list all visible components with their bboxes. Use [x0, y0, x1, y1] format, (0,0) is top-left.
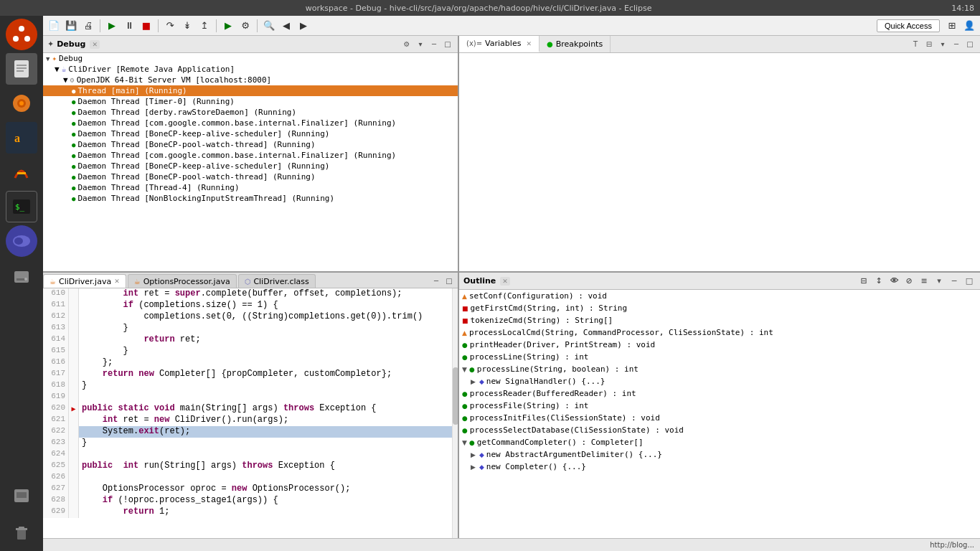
debug-tree-item[interactable]: ● Daemon Thread [com.google.common.base.… [43, 118, 458, 128]
pause-btn[interactable]: ⏸ [121, 18, 137, 34]
outline-item[interactable]: ■ getFirstCmd(String, int) : String [459, 302, 980, 314]
code-line[interactable]: 628 if (!oproc.process_stage1(args)) { [43, 495, 458, 507]
sidebar-icon-disk[interactable] [6, 479, 37, 511]
code-line[interactable]: 629 return 1; [43, 507, 458, 518]
outline-item[interactable]: ▼● processLine(String, boolean) : int [459, 363, 980, 375]
debug-tree-item[interactable]: ● Daemon Thread [BoneCP-keep-alive-sched… [43, 161, 458, 171]
outline-item[interactable]: ▶◆ new AbstractArgumentDelimiter() {...} [459, 448, 980, 461]
debug-step-into[interactable]: ↡ [179, 18, 195, 34]
code-line[interactable]: 618} [43, 380, 458, 392]
var-menu-icon[interactable]: ▾ [937, 39, 948, 50]
code-line[interactable]: 626 [43, 472, 458, 484]
print-btn[interactable]: 🖨 [80, 18, 96, 34]
sidebar-icon-drive[interactable] [6, 260, 37, 291]
debug-tree-item[interactable]: ● Daemon Thread [NonBlockingInputStreamT… [43, 193, 458, 204]
sidebar-icon-terminal[interactable]: $_ [6, 191, 37, 222]
sidebar-icon-ubuntu[interactable] [6, 19, 37, 50]
var-minimize-icon[interactable]: ─ [951, 39, 962, 50]
code-line[interactable]: 619 [43, 392, 458, 403]
var-maximize-icon[interactable]: □ [964, 39, 976, 50]
back-btn[interactable]: ◀ [278, 18, 294, 34]
perspectives-btn[interactable]: ⊞ [944, 18, 960, 34]
sidebar-icon-browser[interactable] [6, 88, 37, 119]
editor-minimize-icon[interactable]: ─ [430, 276, 442, 287]
editor-scrollbar[interactable] [452, 288, 458, 551]
outline-fields-icon[interactable]: ≡ [918, 275, 930, 288]
outline-collapse-icon[interactable]: ⊟ [857, 275, 870, 288]
debug-tree-item[interactable]: ● Daemon Thread [BoneCP-keep-alive-sched… [43, 128, 458, 139]
sidebar-icon-files[interactable] [6, 53, 37, 85]
debug-settings-icon[interactable]: ⚙ [401, 39, 413, 50]
code-line[interactable]: 624 [43, 449, 458, 461]
debug-menu-icon[interactable]: ▾ [415, 39, 426, 50]
code-line[interactable]: 625public int run(String[] args) throws … [43, 461, 458, 472]
debug-tree-item[interactable]: ● Daemon Thread [Timer-0] (Running) [43, 96, 458, 107]
var-show-types-icon[interactable]: T [910, 39, 921, 50]
outline-item[interactable]: ▲ setConf(Configuration) : void [459, 290, 980, 302]
code-line[interactable]: 610 int ret = super.complete(buffer, off… [43, 288, 458, 300]
outline-item[interactable]: ● printHeader(Driver, PrintStream) : voi… [459, 339, 980, 351]
outline-item[interactable]: ● processFile(String) : int [459, 400, 980, 412]
outline-item[interactable]: ▶◆ new SignalHandler() {...} [459, 375, 980, 387]
debug-tree-item[interactable]: ● Daemon Thread [BoneCP-pool-watch-threa… [43, 139, 458, 150]
editor-maximize-icon[interactable]: □ [443, 276, 455, 287]
outline-item[interactable]: ■ tokenizeCmd(String) : String[] [459, 314, 980, 326]
run-btn[interactable]: ▶ [104, 18, 120, 34]
debug-step-over[interactable]: ↷ [162, 18, 178, 34]
code-line[interactable]: 620▶public static void main(String[] arg… [43, 403, 458, 415]
debug-minimize-icon[interactable]: ─ [428, 39, 440, 50]
debug-tree-item[interactable]: ▼ ⚙ OpenJDK 64-Bit Server VM [localhost:… [43, 75, 458, 85]
save-btn[interactable]: 💾 [63, 18, 79, 34]
sidebar-icon-paint[interactable] [6, 156, 37, 188]
editor-tab-class[interactable]: ⬡ CliDriver.class [238, 274, 316, 288]
debug-launch2[interactable]: ⚙ [237, 18, 253, 34]
outline-item[interactable]: ● processInitFiles(CliSessionState) : vo… [459, 412, 980, 424]
outline-maximize-icon[interactable]: □ [963, 275, 976, 288]
code-line[interactable]: 614 return ret; [43, 334, 458, 346]
code-line[interactable]: 612 completions.set(0, ((String)completi… [43, 311, 458, 323]
outline-item[interactable]: ● processLine(String) : int [459, 351, 980, 363]
code-line[interactable]: 621 int ret = new CliDriver().run(args); [43, 415, 458, 426]
outline-hide-icon[interactable]: 👁 [887, 275, 900, 288]
outline-menu-icon[interactable]: ▾ [933, 275, 946, 288]
outline-item[interactable]: ● processReader(BufferedReader) : int [459, 387, 980, 400]
debug-tree-item[interactable]: ● Daemon Thread [BoneCP-pool-watch-threa… [43, 171, 458, 182]
debug-tree-item[interactable]: ● Daemon Thread [com.google.common.base.… [43, 150, 458, 161]
search-btn[interactable]: 🔍 [261, 18, 277, 34]
code-line[interactable]: 615 } [43, 346, 458, 357]
code-line[interactable]: 617 return new Completer[] {propComplete… [43, 369, 458, 380]
debug-tree-item[interactable]: ▼ ☕ CliDriver [Remote Java Application] [43, 64, 458, 75]
editor-tab-clidriver[interactable]: ☕ CliDriver.java ✕ [43, 274, 126, 288]
code-area[interactable]: 610 int ret = super.complete(buffer, off… [43, 288, 458, 518]
debug-step-return[interactable]: ↥ [197, 18, 212, 34]
code-line[interactable]: 627 OptionsProcessor oproc = new Options… [43, 484, 458, 495]
outline-item[interactable]: ▼● getCommandCompleter() : Completer[] [459, 436, 980, 448]
code-line[interactable]: 611 if (completions.size() == 1) { [43, 300, 458, 311]
outline-filter-icon[interactable]: ⊘ [903, 275, 915, 288]
var-collapse-icon[interactable]: ⊟ [923, 39, 935, 50]
quick-access-button[interactable]: Quick Access [877, 19, 940, 32]
debug-tree-item[interactable]: ● Daemon Thread [Thread-4] (Running) [43, 182, 458, 193]
outline-item[interactable]: ● processSelectDatabase(CliSessionState)… [459, 424, 980, 436]
code-line[interactable]: 622 System.exit(ret); [43, 426, 458, 438]
editor-scrollbar-thumb[interactable] [453, 367, 458, 425]
editor-tab-options[interactable]: ☕ OptionsProcessor.java [128, 274, 237, 288]
outline-minimize-icon[interactable]: ─ [948, 275, 961, 288]
breakpoints-tab[interactable]: ● Breakpoints [540, 36, 611, 52]
person-btn[interactable]: 👤 [961, 18, 977, 34]
clidriver-tab-close[interactable]: ✕ [114, 278, 120, 285]
debug-maximize-icon[interactable]: □ [442, 39, 453, 50]
sidebar-icon-amazon[interactable]: a [6, 122, 37, 154]
outline-sort-icon[interactable]: ↕ [872, 275, 885, 288]
debug-tree-item[interactable]: ● Daemon Thread [derby.rawStoreDaemon] (… [43, 107, 458, 118]
code-line[interactable]: 613 } [43, 323, 458, 334]
debug-launch[interactable]: ▶ [220, 18, 236, 34]
code-line[interactable]: 623} [43, 438, 458, 449]
stop-btn[interactable]: ■ [138, 18, 154, 34]
new-file-btn[interactable]: 📄 [46, 18, 62, 34]
variables-tab[interactable]: (x)= Variables ✕ [459, 36, 540, 52]
outline-item[interactable]: ▶◆ new Completer() {...} [459, 461, 980, 473]
sidebar-icon-eclipse[interactable] [6, 225, 37, 257]
outline-item[interactable]: ▲ processLocalCmd(String, CommandProcess… [459, 326, 980, 339]
debug-tree-item[interactable]: ● Thread [main] (Running) [43, 85, 458, 96]
